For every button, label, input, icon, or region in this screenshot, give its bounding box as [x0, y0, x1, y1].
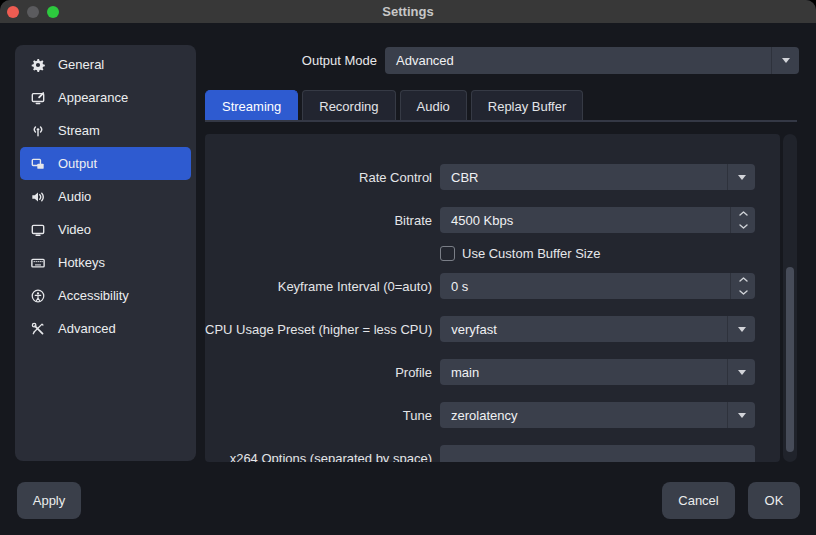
rate-control-dropdown[interactable]: CBR	[440, 164, 755, 190]
sidebar-item-accessibility[interactable]: Accessibility	[20, 279, 191, 312]
tab-replay-buffer[interactable]: Replay Buffer	[471, 90, 584, 121]
field-label: Bitrate	[205, 213, 432, 228]
hotkeys-icon	[31, 256, 45, 270]
use-custom-buffer-size-checkbox[interactable]	[440, 246, 455, 261]
output-mode-row: Output Mode Advanced	[205, 47, 799, 74]
cpu-usage-preset-higher-less-cpu-value: veryfast	[440, 322, 727, 337]
tune-value: zerolatency	[440, 408, 727, 423]
scrollbar-thumb[interactable]	[786, 267, 794, 452]
rate-control-value: CBR	[440, 170, 727, 185]
cpu-usage-preset-higher-less-cpu-dropdown[interactable]: veryfast	[440, 316, 755, 342]
spinner-buttons	[730, 207, 755, 233]
field-label: x264 Options (separated by space)	[205, 451, 432, 463]
field-label: CPU Usage Preset (higher = less CPU)	[205, 322, 432, 337]
x264-options-separated-by-space-input[interactable]	[440, 445, 755, 462]
sidebar-item-hotkeys[interactable]: Hotkeys	[20, 246, 191, 279]
sidebar-item-label: Audio	[58, 189, 91, 204]
apply-button[interactable]: Apply	[17, 482, 81, 519]
gear-icon	[31, 58, 45, 72]
sidebar-item-label: General	[58, 57, 104, 72]
bitrate-value: 4500 Kbps	[440, 213, 730, 228]
profile-dropdown[interactable]: main	[440, 359, 755, 385]
title-bar: Settings	[0, 0, 816, 23]
spinner-buttons	[730, 273, 755, 299]
ok-button[interactable]: OK	[748, 482, 800, 519]
tune-dropdown[interactable]: zerolatency	[440, 402, 755, 428]
field-label: Rate Control	[205, 170, 432, 185]
sidebar-item-label: Accessibility	[58, 288, 129, 303]
tab-label: Recording	[319, 99, 378, 114]
stream-icon	[31, 124, 45, 138]
tab-label: Replay Buffer	[488, 99, 567, 114]
appearance-icon	[31, 91, 45, 105]
advanced-icon	[31, 322, 45, 336]
settings-row-keyframe-interval-0-auto: Keyframe Interval (0=auto)0 s	[205, 273, 780, 299]
audio-icon	[31, 190, 45, 204]
chevron-down-icon[interactable]	[771, 47, 799, 74]
sidebar-item-output[interactable]: Output	[20, 147, 191, 180]
sidebar-item-label: Video	[58, 222, 91, 237]
spin-down-icon[interactable]	[731, 220, 755, 233]
settings-row-x264-options-separated-by-space: x264 Options (separated by space)	[205, 445, 780, 462]
spin-up-icon[interactable]	[731, 273, 755, 286]
settings-row-tune: Tunezerolatency	[205, 402, 780, 428]
sidebar-item-video[interactable]: Video	[20, 213, 191, 246]
tab-label: Audio	[417, 99, 450, 114]
cancel-button[interactable]: Cancel	[662, 482, 735, 519]
tab-streaming[interactable]: Streaming	[205, 90, 298, 121]
tab-audio[interactable]: Audio	[400, 90, 467, 121]
sidebar-item-audio[interactable]: Audio	[20, 180, 191, 213]
chevron-down-icon[interactable]	[727, 164, 755, 190]
spin-down-icon[interactable]	[731, 286, 755, 299]
chevron-down-icon[interactable]	[727, 359, 755, 385]
sidebar-item-label: Appearance	[58, 90, 128, 105]
output-mode-dropdown[interactable]: Advanced	[385, 47, 799, 74]
sidebar-nav: GeneralAppearanceStreamOutputAudioVideoH…	[15, 45, 196, 461]
chevron-down-icon[interactable]	[727, 402, 755, 428]
tab-recording[interactable]: Recording	[302, 90, 395, 121]
vertical-scrollbar[interactable]	[783, 134, 797, 462]
sidebar-item-label: Output	[58, 156, 97, 171]
settings-row-rate-control: Rate ControlCBR	[205, 164, 780, 190]
sidebar-item-label: Stream	[58, 123, 100, 138]
spin-up-icon[interactable]	[731, 207, 755, 220]
output-mode-label: Output Mode	[205, 53, 385, 68]
keyframe-interval-0-auto-value: 0 s	[440, 279, 730, 294]
output-mode-value: Advanced	[385, 53, 771, 68]
tab-underline	[205, 120, 797, 122]
tab-label: Streaming	[222, 99, 281, 114]
settings-row-bitrate: Bitrate4500 Kbps	[205, 207, 780, 233]
window-title: Settings	[0, 4, 816, 19]
profile-value: main	[440, 365, 727, 380]
field-label: Tune	[205, 408, 432, 423]
sidebar-item-advanced[interactable]: Advanced	[20, 312, 191, 345]
accessibility-icon	[31, 289, 45, 303]
settings-row-cpu-usage-preset-higher-less-cpu: CPU Usage Preset (higher = less CPU)very…	[205, 316, 780, 342]
settings-window: Settings GeneralAppearanceStreamOutputAu…	[0, 0, 816, 535]
field-label: Keyframe Interval (0=auto)	[205, 279, 432, 294]
video-icon	[31, 223, 45, 237]
sidebar-item-label: Hotkeys	[58, 255, 105, 270]
field-label: Profile	[205, 365, 432, 380]
use-custom-buffer-size-checkbox-row: Use Custom Buffer Size	[440, 246, 600, 261]
keyframe-interval-0-auto-spinner[interactable]: 0 s	[440, 273, 755, 299]
settings-row-use-custom-buffer-size: Use Custom Buffer Size	[205, 246, 780, 261]
output-tabs: StreamingRecordingAudioReplay Buffer	[205, 90, 583, 121]
sidebar-item-label: Advanced	[58, 321, 116, 336]
chevron-down-icon[interactable]	[727, 316, 755, 342]
output-icon	[31, 157, 45, 171]
bitrate-spinner[interactable]: 4500 Kbps	[440, 207, 755, 233]
sidebar-item-general[interactable]: General	[20, 48, 191, 81]
checkbox-label: Use Custom Buffer Size	[462, 246, 600, 261]
sidebar-item-appearance[interactable]: Appearance	[20, 81, 191, 114]
streaming-settings-panel: Rate ControlCBRBitrate4500 KbpsUse Custo…	[205, 134, 780, 462]
settings-row-profile: Profilemain	[205, 359, 780, 385]
sidebar-item-stream[interactable]: Stream	[20, 114, 191, 147]
